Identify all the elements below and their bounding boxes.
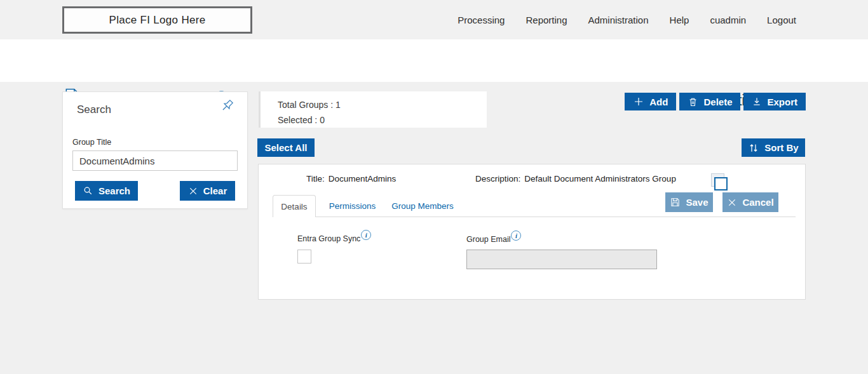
save-button[interactable]: Save bbox=[665, 192, 713, 212]
pin-icon[interactable] bbox=[219, 98, 236, 115]
results-summary: Total Groups : 1 Selected : 0 bbox=[259, 91, 487, 128]
group-email-input[interactable] bbox=[466, 250, 657, 269]
trash-icon bbox=[688, 97, 698, 107]
selected-line: Selected : 0 bbox=[278, 112, 487, 128]
clear-button[interactable]: Clear bbox=[180, 181, 235, 201]
group-title-label: Group Title bbox=[72, 138, 111, 147]
group-actions: Add Delete Export bbox=[625, 93, 806, 110]
search-panel-title: Search bbox=[77, 104, 111, 116]
search-panel: Search Group Title Search Clear bbox=[62, 91, 248, 209]
top-navigation: Processing Reporting Administration Help… bbox=[458, 0, 796, 39]
fi-logo-placeholder-text: Place FI Logo Here bbox=[109, 14, 206, 27]
plus-icon bbox=[633, 96, 644, 107]
sort-arrows-icon bbox=[748, 142, 759, 154]
search-button[interactable]: Search bbox=[75, 181, 138, 201]
email-info-icon[interactable]: i bbox=[511, 230, 521, 241]
sort-by-button[interactable]: Sort By bbox=[742, 138, 805, 157]
cancel-x-icon bbox=[727, 197, 737, 208]
delete-button[interactable]: Delete bbox=[679, 93, 740, 110]
group-description-value: Default Document Administrators Group bbox=[524, 174, 676, 184]
nav-item-reporting[interactable]: Reporting bbox=[526, 15, 567, 25]
clear-x-icon bbox=[188, 186, 198, 196]
select-checkbox-icon[interactable] bbox=[711, 173, 729, 191]
page-header: Group Maintenance i Kinective Sign bbox=[0, 39, 868, 82]
entra-info-icon[interactable]: i bbox=[361, 230, 371, 240]
group-title-input[interactable] bbox=[72, 150, 238, 171]
group-description-text: Description:Default Document Administrat… bbox=[475, 174, 676, 184]
group-email-label: Group Emaili bbox=[466, 234, 521, 244]
top-bar: Place FI Logo Here Processing Reporting … bbox=[0, 0, 868, 39]
group-title-value: DocumentAdmins bbox=[329, 174, 397, 184]
nav-item-processing[interactable]: Processing bbox=[458, 15, 505, 25]
group-row: Title:DocumentAdmins Description:Default… bbox=[258, 164, 806, 300]
nav-item-help[interactable]: Help bbox=[670, 15, 689, 25]
search-icon bbox=[83, 185, 93, 196]
entra-group-sync-label: Entra Group Synci bbox=[297, 234, 371, 244]
save-floppy-icon bbox=[670, 197, 681, 208]
fi-logo-placeholder: Place FI Logo Here bbox=[62, 6, 252, 34]
tab-details[interactable]: Details bbox=[273, 195, 316, 217]
export-button[interactable]: Export bbox=[743, 93, 806, 110]
select-all-button[interactable]: Select All bbox=[257, 138, 315, 157]
tab-group-members[interactable]: Group Members bbox=[384, 195, 461, 217]
add-button[interactable]: Add bbox=[625, 93, 676, 110]
tab-permissions[interactable]: Permissions bbox=[319, 195, 386, 217]
nav-item-administration[interactable]: Administration bbox=[588, 15, 649, 25]
group-title-text: Title:DocumentAdmins bbox=[306, 174, 396, 184]
total-groups-line: Total Groups : 1 bbox=[278, 97, 487, 112]
selected-value: 0 bbox=[320, 115, 325, 125]
entra-group-sync-checkbox[interactable] bbox=[297, 250, 311, 264]
group-maintenance-screen: Place FI Logo Here Processing Reporting … bbox=[0, 0, 868, 374]
total-groups-value: 1 bbox=[336, 100, 341, 110]
select-checkbox-box bbox=[714, 177, 728, 190]
cancel-button[interactable]: Cancel bbox=[722, 192, 778, 212]
download-icon bbox=[752, 97, 762, 107]
nav-item-logout[interactable]: Logout bbox=[767, 15, 796, 25]
nav-item-username[interactable]: cuadmin bbox=[710, 15, 746, 25]
